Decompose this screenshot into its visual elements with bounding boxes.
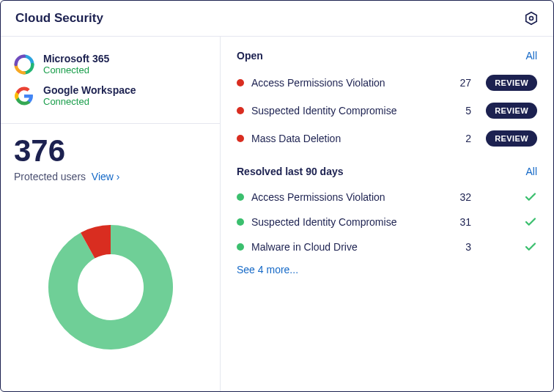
status-dot-icon (237, 243, 244, 251)
status-dot-icon (237, 193, 244, 201)
card-body: Microsoft 365 Connected Goo (1, 37, 553, 391)
alert-count: 31 (442, 216, 471, 228)
check-icon (471, 240, 537, 254)
review-button[interactable]: REVIEW (486, 103, 537, 119)
review-button[interactable]: REVIEW (486, 75, 537, 91)
alert-name: Access Permissions Violation (251, 77, 442, 89)
check-icon (471, 191, 537, 204)
all-link[interactable]: All (525, 50, 537, 62)
page-title: Cloud Security (15, 11, 103, 26)
protected-users-stat: 376 Protected users View › (1, 124, 220, 190)
integration-name: Google Workspace (43, 84, 136, 96)
alert-name: Mass Data Deletion (251, 133, 442, 144)
cloud-security-card: Cloud Security (0, 0, 554, 392)
alert-row: Mass Data Deletion 2 REVIEW (237, 125, 537, 152)
alert-count: 3 (442, 241, 471, 253)
settings-icon[interactable] (524, 11, 539, 26)
integration-name: Microsoft 365 (43, 53, 109, 64)
left-panel: Microsoft 365 Connected Goo (1, 37, 221, 391)
alert-name: Malware in Cloud Drive (251, 241, 442, 253)
alert-name: Access Permissions Violation (251, 191, 442, 203)
resolved-row: Suspected Identity Compromise 31 (237, 210, 537, 234)
view-link[interactable]: View › (92, 171, 120, 182)
alert-name: Suspected Identity Compromise (251, 105, 442, 117)
alert-count: 27 (442, 77, 471, 89)
protected-users-label: Protected users (14, 171, 86, 182)
integration-status: Connected (43, 64, 109, 75)
status-dot-icon (237, 107, 244, 114)
check-icon (471, 215, 537, 229)
alert-row: Access Permissions Violation 27 REVIEW (237, 69, 537, 97)
status-dot-icon (237, 79, 244, 86)
donut-chart (1, 190, 220, 391)
resolved-row: Malware in Cloud Drive 3 (237, 234, 537, 259)
review-button[interactable]: REVIEW (486, 130, 537, 147)
alert-name: Suspected Identity Compromise (251, 216, 442, 228)
section-title: Resolved last 90 days (237, 166, 344, 177)
integration-item[interactable]: Google Workspace Connected (14, 80, 207, 111)
integration-status: Connected (43, 96, 136, 107)
protected-users-count: 376 (14, 136, 207, 166)
svg-point-0 (530, 17, 533, 21)
status-dot-icon (237, 135, 244, 142)
integrations-list: Microsoft 365 Connected Goo (1, 37, 220, 124)
section-title: Open (237, 50, 263, 62)
alert-count: 32 (442, 191, 471, 203)
alert-row: Suspected Identity Compromise 5 REVIEW (237, 97, 537, 125)
status-dot-icon (237, 218, 244, 226)
open-section-head: Open All (237, 50, 537, 62)
google-workspace-icon (14, 86, 34, 106)
alert-count: 5 (442, 105, 471, 117)
see-more-link[interactable]: See 4 more... (237, 264, 537, 275)
alert-count: 2 (442, 133, 471, 144)
right-panel: Open All Access Permissions Violation 27… (221, 37, 553, 391)
card-header: Cloud Security (1, 1, 553, 37)
microsoft365-icon (14, 54, 34, 75)
integration-item[interactable]: Microsoft 365 Connected (14, 48, 207, 80)
resolved-section-head: Resolved last 90 days All (237, 166, 537, 177)
resolved-row: Access Permissions Violation 32 (237, 185, 537, 210)
all-link[interactable]: All (525, 166, 537, 177)
